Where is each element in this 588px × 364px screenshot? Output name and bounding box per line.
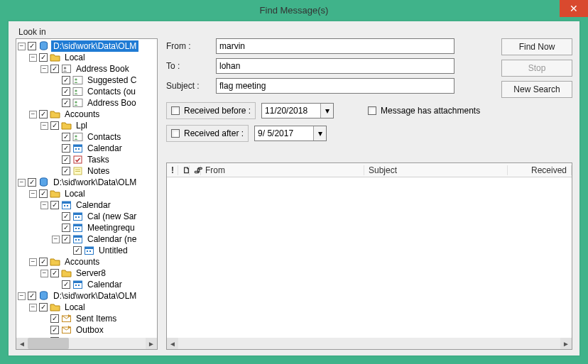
scroll-left-icon[interactable]: ◄: [16, 338, 28, 349]
tree-checkbox[interactable]: ✓: [73, 246, 82, 255]
tree-item[interactable]: −✓Local: [18, 188, 157, 199]
tree-item[interactable]: ✓Outbox: [18, 324, 157, 336]
tree-checkbox[interactable]: ✓: [39, 110, 48, 118]
scroll-thumb[interactable]: [28, 338, 69, 349]
tree-item[interactable]: ✓Untitled: [18, 245, 157, 256]
received-before-checkbox[interactable]: [171, 106, 180, 115]
scroll-left-icon[interactable]: ◄: [167, 338, 178, 349]
tree-checkbox[interactable]: ✓: [62, 133, 70, 141]
scroll-track[interactable]: [178, 338, 560, 349]
tree-checkbox[interactable]: ✓: [62, 144, 70, 153]
tree-item[interactable]: −✓Accounts: [18, 256, 157, 268]
new-search-button[interactable]: New Search: [501, 81, 572, 98]
results-body[interactable]: [167, 177, 572, 338]
tree-checkbox[interactable]: ✓: [62, 235, 70, 243]
col-attach-icon[interactable]: 🖇: [190, 165, 201, 175]
results-hscrollbar[interactable]: ◄ ►: [167, 338, 572, 349]
tree-item[interactable]: −✓Calendar: [18, 199, 157, 211]
tree-item[interactable]: −✓Accounts: [18, 109, 157, 120]
to-input[interactable]: [216, 58, 454, 74]
tree-checkbox[interactable]: ✓: [28, 178, 36, 187]
tree-item[interactable]: ✓Notes: [18, 165, 157, 177]
stop-button[interactable]: Stop: [501, 60, 572, 77]
tree-checkbox[interactable]: ✓: [39, 189, 48, 198]
tree-item[interactable]: −✓Local: [18, 52, 157, 63]
from-input[interactable]: [216, 38, 454, 54]
tree-checkbox[interactable]: ✓: [50, 65, 59, 73]
tree-checkbox[interactable]: ✓: [50, 121, 59, 130]
collapse-icon[interactable]: −: [40, 122, 48, 130]
received-after-label: Received after :: [184, 128, 244, 138]
chevron-down-icon[interactable]: ▾: [320, 104, 333, 118]
collapse-icon[interactable]: −: [18, 43, 26, 50]
tree-item[interactable]: −✓Server8: [18, 268, 157, 279]
scroll-track[interactable]: [28, 338, 146, 349]
col-doc-icon[interactable]: 🗋: [178, 165, 190, 175]
tree-item[interactable]: ✓Calendar: [18, 279, 157, 290]
received-after-checkbox[interactable]: [171, 129, 180, 138]
svg-point-6: [75, 89, 77, 92]
col-flag[interactable]: !: [167, 165, 178, 175]
tree-item[interactable]: −✓Local: [18, 302, 157, 313]
tree-checkbox[interactable]: ✓: [62, 99, 70, 107]
col-received[interactable]: Received: [508, 165, 572, 175]
tree-checkbox[interactable]: ✓: [39, 258, 48, 266]
tree-checkbox[interactable]: ✓: [62, 167, 70, 175]
collapse-icon[interactable]: −: [29, 304, 37, 311]
tree-item[interactable]: ✓Tasks: [18, 154, 157, 165]
results-panel: ! 🗋 🖇 From Subject Received ◄ ►: [166, 162, 572, 350]
col-from[interactable]: From: [201, 165, 364, 175]
tree-item[interactable]: ✓Address Boo: [18, 97, 157, 109]
collapse-icon[interactable]: −: [18, 179, 26, 187]
tree-checkbox[interactable]: ✓: [39, 53, 48, 62]
tree-checkbox[interactable]: ✓: [62, 212, 70, 221]
collapse-icon[interactable]: −: [29, 258, 37, 266]
tree-checkbox[interactable]: ✓: [28, 42, 36, 50]
collapse-icon[interactable]: −: [18, 292, 26, 300]
tree-checkbox[interactable]: ✓: [62, 224, 70, 232]
tree-hscrollbar[interactable]: ◄ ►: [16, 338, 157, 349]
tree-checkbox[interactable]: ✓: [62, 280, 70, 289]
tree-item[interactable]: −✓Calendar (ne: [18, 233, 157, 245]
folder-icon: [50, 302, 60, 312]
scroll-right-icon[interactable]: ►: [146, 338, 157, 349]
date-before-picker[interactable]: 11/20/2018 ▾: [261, 103, 334, 118]
tree-item[interactable]: ✓Cal (new Sar: [18, 211, 157, 222]
folder-tree[interactable]: −✓D:\sid\work\Data\OLM −✓Local−✓Address …: [16, 39, 157, 338]
tree-checkbox[interactable]: ✓: [50, 326, 59, 334]
tree-item[interactable]: ✓Contacts (ou: [18, 86, 157, 97]
tree-item[interactable]: ✓Calendar: [18, 143, 157, 154]
tree-item[interactable]: ✓Meetingrequ: [18, 222, 157, 233]
has-attachments-checkbox[interactable]: [368, 106, 376, 115]
tree-item[interactable]: ✓Suggested C: [18, 75, 157, 86]
scroll-right-icon[interactable]: ►: [560, 338, 572, 349]
tree-item[interactable]: −✓D:\sid\work\Data\OLM: [18, 290, 157, 302]
collapse-icon[interactable]: −: [52, 236, 60, 243]
collapse-icon[interactable]: −: [29, 54, 37, 62]
subject-input[interactable]: [216, 78, 454, 94]
tree-item[interactable]: ✓Sent Items: [18, 313, 157, 324]
collapse-icon[interactable]: −: [40, 202, 48, 209]
collapse-icon[interactable]: −: [29, 190, 37, 198]
tree-item[interactable]: −✓Address Book: [18, 63, 157, 75]
tree-checkbox[interactable]: ✓: [62, 87, 70, 96]
tree-checkbox[interactable]: ✓: [39, 303, 48, 311]
collapse-icon[interactable]: −: [40, 270, 48, 277]
col-subject[interactable]: Subject: [364, 165, 508, 175]
tree-checkbox[interactable]: ✓: [62, 76, 70, 84]
tree-checkbox[interactable]: ✓: [62, 155, 70, 164]
tree-item[interactable]: −✓D:\sid\work\Data\OLM: [18, 177, 157, 188]
tree-checkbox[interactable]: ✓: [50, 201, 59, 209]
tree-item[interactable]: −✓D:\sid\work\Data\OLM: [18, 40, 157, 52]
chevron-down-icon[interactable]: ▾: [313, 126, 326, 140]
tree-checkbox[interactable]: ✓: [50, 269, 59, 277]
collapse-icon[interactable]: −: [40, 65, 48, 73]
tree-checkbox[interactable]: ✓: [28, 292, 36, 300]
close-button[interactable]: ✕: [560, 0, 588, 17]
collapse-icon[interactable]: −: [29, 111, 37, 118]
tree-item[interactable]: ✓Contacts: [18, 131, 157, 143]
date-after-picker[interactable]: 9/ 5/2017 ▾: [254, 126, 327, 141]
find-now-button[interactable]: Find Now: [501, 38, 572, 55]
tree-item[interactable]: −✓Lpl: [18, 120, 157, 131]
tree-checkbox[interactable]: ✓: [50, 314, 59, 323]
